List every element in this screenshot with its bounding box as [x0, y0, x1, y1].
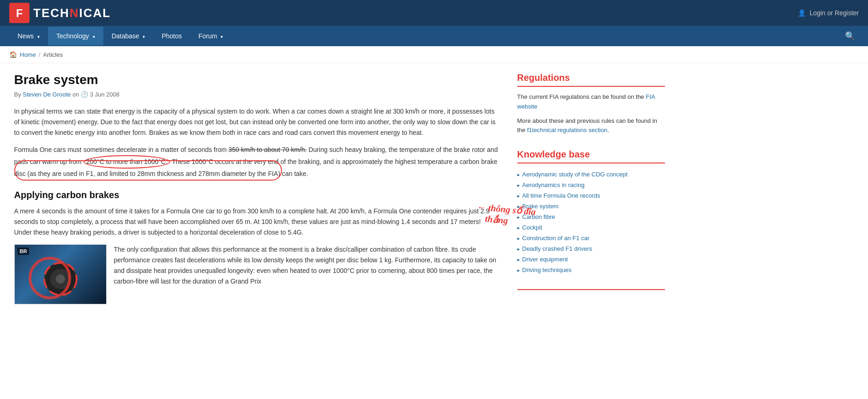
- breadcrumb-home[interactable]: Home: [20, 51, 36, 58]
- nav-item-news[interactable]: News ▾: [9, 27, 48, 45]
- list-item[interactable]: Aerodynamic study of the CDG concept: [517, 169, 665, 180]
- nav-item-database[interactable]: Database ▾: [103, 27, 154, 45]
- article-p2-annotated: Formula One cars must sometimes decelera…: [14, 145, 499, 179]
- nav-link-forum[interactable]: Forum ▾: [190, 27, 231, 45]
- svg-point-4: [56, 274, 65, 284]
- circled-text: 200°C to more than 1000°C.: [84, 155, 170, 169]
- clock-icon: 🕐: [81, 91, 88, 98]
- sidebar-regulations-title: Regulations: [517, 73, 665, 87]
- list-item[interactable]: All time Formula One records: [517, 190, 665, 201]
- kb-link-2[interactable]: All time Formula One records: [522, 192, 600, 199]
- breadcrumb-sep: /: [39, 51, 41, 58]
- user-icon: 👤: [798, 9, 806, 17]
- kb-link-6[interactable]: Construction of an F1 car: [522, 235, 590, 242]
- nav-link-technology[interactable]: Technology ▾: [48, 27, 103, 45]
- list-item[interactable]: Cockpit: [517, 222, 665, 233]
- kb-link-7[interactable]: Deadly crashed F1 drivers: [522, 245, 593, 252]
- article-p2: Formula One cars must sometimes decelera…: [14, 145, 499, 179]
- article-title: Brake system: [14, 73, 499, 87]
- article-date: 3 Jun 2008: [90, 91, 120, 98]
- breadcrumb-current: Articles: [43, 51, 63, 58]
- nav-link-photos[interactable]: Photos: [153, 27, 190, 45]
- nav-item-technology[interactable]: Technology ▾: [48, 27, 103, 45]
- list-item[interactable]: Driver equipment: [517, 254, 665, 265]
- nav-link-database[interactable]: Database ▾: [103, 27, 154, 45]
- list-item[interactable]: Construction of an F1 car: [517, 233, 665, 243]
- sidebar-knowledge-title: Knowledge base: [517, 149, 665, 163]
- strikethrough-text: 350 km/h to about 70 km/h.: [228, 146, 307, 153]
- br-badge: BR: [18, 248, 30, 255]
- logo-icon: F: [9, 3, 30, 23]
- main-nav: News ▾ Technology ▾ Database ▾ Photos Fo…: [0, 26, 868, 46]
- article-author[interactable]: Steven De Groote: [23, 91, 71, 98]
- sidebar-divider: [517, 289, 665, 290]
- list-item[interactable]: Aerodynamics in racing: [517, 180, 665, 190]
- kb-link-9[interactable]: Driving techniques: [522, 266, 572, 273]
- main-layout: Brake system By Steven De Groote on 🕐 3 …: [5, 63, 863, 314]
- list-item[interactable]: Deadly crashed F1 drivers: [517, 243, 665, 254]
- list-item[interactable]: Carbon fibre: [517, 212, 665, 222]
- logo[interactable]: F TECHNICAL: [9, 3, 111, 23]
- svg-point-3: [50, 269, 71, 289]
- sidebar: Regulations The current FIA regulations …: [517, 73, 665, 304]
- kb-link-8[interactable]: Driver equipment: [522, 256, 568, 263]
- article-p3: A mere 4 seconds is the amount of time i…: [14, 206, 499, 238]
- sidebar-f1tech-link[interactable]: f1technical regulations section: [527, 127, 607, 133]
- home-icon: 🏠: [9, 51, 17, 58]
- article-p4: The only configuration that allows this …: [114, 244, 499, 298]
- list-item[interactable]: Driving techniques: [517, 265, 665, 275]
- search-icon[interactable]: 🔍: [841, 31, 859, 41]
- article-on: on: [72, 91, 79, 98]
- article: Brake system By Steven De Groote on 🕐 3 …: [14, 73, 499, 304]
- sidebar-regulations-p2: More about these and previous rules can …: [517, 116, 665, 136]
- breadcrumb: 🏠 Home / Articles: [0, 46, 868, 63]
- nav-item-forum[interactable]: Forum ▾: [190, 27, 231, 45]
- header-right: 👤 Login or Register: [798, 9, 859, 17]
- login-label[interactable]: Login or Register: [809, 9, 859, 17]
- list-item[interactable]: Brake system: [517, 201, 665, 212]
- sidebar-regulations-p1: The current FIA regulations can be found…: [517, 92, 665, 112]
- article-by: By: [14, 91, 21, 98]
- article-p1: In physical terms we can state that ener…: [14, 106, 499, 138]
- nav-item-photos[interactable]: Photos: [153, 27, 190, 45]
- logo-text: TECHNICAL: [33, 6, 111, 20]
- article-section1-title: Applying carbon brakes: [14, 190, 499, 200]
- article-meta: By Steven De Groote on 🕐 3 Jun 2008: [14, 91, 499, 98]
- article-body: In physical terms we can state that ener…: [14, 106, 499, 304]
- sidebar-knowledge-list: Aerodynamic study of the CDG concept Aer…: [517, 169, 665, 275]
- article-image-section: BR The only configuration that allows th…: [14, 244, 499, 304]
- svg-text:F: F: [16, 7, 23, 19]
- kb-link-1[interactable]: Aerodynamics in racing: [522, 181, 585, 188]
- sidebar-regulations: Regulations The current FIA regulations …: [517, 73, 665, 135]
- nav-link-news[interactable]: News ▾: [9, 27, 48, 45]
- site-header: F TECHNICAL 👤 Login or Register: [0, 0, 868, 26]
- sidebar-knowledge: Knowledge base Aerodynamic study of the …: [517, 149, 665, 275]
- nav-list: News ▾ Technology ▾ Database ▾ Photos Fo…: [9, 27, 841, 45]
- wheel-graphic: [28, 251, 93, 297]
- article-image: BR: [14, 244, 107, 304]
- kb-link-0[interactable]: Aerodynamic study of the CDG concept: [522, 171, 628, 178]
